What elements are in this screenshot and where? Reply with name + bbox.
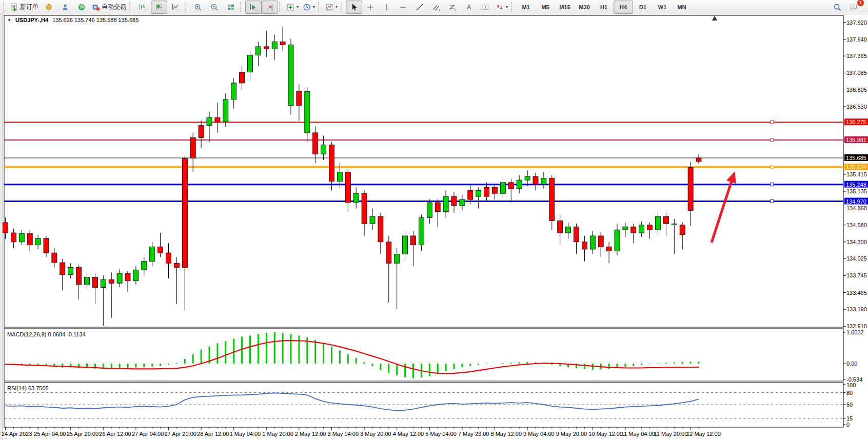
time-axis-label: 11 May 20:00: [654, 431, 688, 437]
time-axis-label: 8 May 12:00: [491, 431, 522, 437]
macd-tick-label: 1.0032: [846, 329, 864, 335]
time-axis-label: 10 May 12:00: [588, 431, 623, 437]
line-handle[interactable]: [771, 166, 774, 169]
time-axis-label: 25 Apr 20:00: [67, 431, 98, 437]
rsi-tick-label: 0: [846, 422, 850, 428]
time-axis-label: 3 May 04:00: [328, 431, 359, 437]
candle-body: [345, 172, 350, 203]
candle-body: [663, 216, 668, 224]
time-axis-label: 3 May 20:00: [360, 431, 391, 437]
chart-ohlc-values: 135.626 135.746 135.588 135.685: [52, 17, 139, 23]
candle-body: [101, 279, 106, 287]
candle-body: [11, 233, 16, 242]
time-axis-label: 12 May 12:00: [686, 431, 721, 437]
candle-body: [207, 117, 212, 125]
rsi-panel[interactable]: [4, 383, 843, 427]
time-axis-label: 9 May 20:00: [556, 431, 587, 437]
candle-body: [427, 203, 432, 218]
candle-body: [240, 72, 245, 83]
price-tick-label: 136.530: [846, 104, 867, 110]
candle-body: [590, 236, 595, 249]
candle-body: [255, 47, 261, 55]
chart-title-bar: ▼ USDJPY-,H4 135.626 135.746 135.588 135…: [7, 17, 139, 23]
price-tick-label: 134.025: [846, 255, 867, 262]
candle-body: [639, 225, 644, 233]
candle-body: [52, 253, 57, 263]
candle-body: [696, 158, 701, 162]
candle-body: [109, 279, 114, 283]
candle-body: [549, 178, 555, 221]
candle-body: [688, 167, 693, 210]
price-tick-label: 134.860: [846, 205, 867, 211]
candle-body: [272, 42, 277, 49]
candle-body: [517, 180, 522, 189]
candle-body: [451, 196, 457, 206]
candle-body: [615, 230, 620, 251]
candle-body: [85, 277, 90, 284]
price-line-badge-label: 135.248: [846, 182, 866, 188]
price-tick-label: 133.465: [846, 290, 867, 296]
candle-body: [215, 117, 220, 122]
price-line-badge-label: 134.970: [846, 198, 866, 205]
candle-body: [500, 183, 505, 193]
price-line-badge-label: 135.534: [846, 164, 866, 170]
candle-body: [231, 83, 236, 99]
current-price-badge-label: 135.685: [846, 155, 866, 161]
line-handle[interactable]: [771, 183, 774, 186]
price-tick-label: 134.300: [846, 239, 867, 245]
price-tick-label: 133.190: [846, 306, 867, 312]
time-axis-label: 7 May 23:00: [458, 431, 489, 437]
candle-body: [656, 216, 661, 230]
line-handle[interactable]: [771, 138, 774, 142]
price-tick-label: 134.580: [846, 222, 867, 228]
candle-body: [44, 238, 49, 253]
price-tick-label: 136.805: [846, 87, 867, 93]
candle-body: [117, 273, 122, 283]
time-axis-label: 5 May 04:00: [425, 431, 457, 437]
candle-body: [394, 254, 400, 263]
price-tick-label: 137.085: [846, 70, 867, 76]
line-handle[interactable]: [771, 200, 774, 203]
candle-body: [321, 145, 326, 154]
candle-body: [142, 262, 147, 270]
candle-body: [305, 91, 310, 132]
candle-body: [150, 247, 155, 261]
candle-body: [199, 126, 204, 138]
time-axis-label: 1 May 20:00: [262, 431, 293, 437]
macd-panel[interactable]: [4, 329, 843, 381]
candle-body: [476, 190, 481, 196]
candle-body: [631, 227, 636, 233]
candle-body: [27, 233, 32, 245]
time-axis-label: 27 Apr 20:00: [165, 431, 196, 437]
candle-body: [598, 236, 603, 247]
candle-body: [76, 267, 82, 284]
candle-body: [297, 91, 302, 105]
candle-body: [460, 199, 465, 206]
candle-body: [190, 137, 195, 158]
price-tick-label: 132.910: [846, 323, 867, 329]
line-handle[interactable]: [771, 121, 774, 124]
candle-body: [435, 203, 440, 212]
candle-body: [574, 227, 579, 242]
candle-body: [623, 227, 628, 230]
candle-body: [484, 187, 489, 196]
price-tick-label: 137.920: [846, 19, 867, 26]
chart-area[interactable]: 137.920137.640137.365137.085136.805136.5…: [0, 0, 868, 440]
candle-body: [558, 221, 563, 233]
time-axis-label: 4 May 12:00: [393, 431, 424, 437]
candle-body: [647, 225, 653, 230]
price-line-badge-label: 135.981: [846, 137, 866, 143]
price-line-badge-label: 136.275: [846, 119, 866, 125]
candle-body: [419, 217, 424, 245]
one-click-trading-toggle[interactable]: ▼: [7, 18, 11, 23]
candle-body: [680, 225, 685, 235]
time-axis-label: 24 Apr 2023: [2, 431, 32, 437]
price-tick-label: 135.415: [846, 171, 867, 177]
time-axis-label: 27 Apr 04:00: [132, 431, 164, 437]
candle-body: [19, 233, 24, 242]
candle-body: [248, 55, 253, 72]
candle-body: [672, 224, 677, 225]
candle-body: [3, 223, 8, 233]
candle-body: [566, 227, 571, 233]
candle-body: [158, 247, 163, 253]
